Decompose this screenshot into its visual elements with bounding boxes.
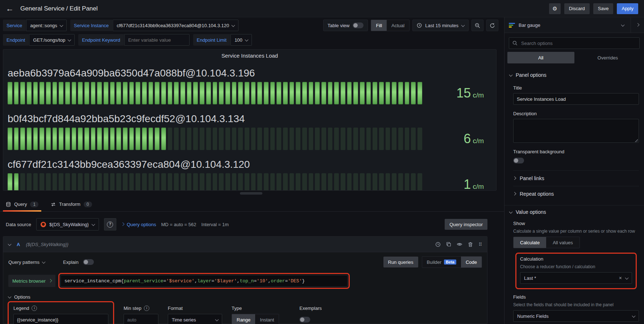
datasource-select[interactable]: ${DS_SkyWalking} [36,218,99,230]
show-description: Calculate a single value per column or s… [513,229,639,234]
repeat-options-expander[interactable]: Repeat options [513,186,639,202]
endpoint-keyword-input[interactable] [124,34,190,46]
back-arrow-icon[interactable]: ← [6,5,14,13]
panel-title-input[interactable] [513,93,639,105]
transform-icon [51,202,56,207]
all-values-option[interactable]: All values [546,237,579,248]
copy-icon[interactable] [446,242,451,247]
variable-endpoint-limit: Endpoint Limit 100 [193,34,252,46]
trash-icon[interactable] [468,242,473,247]
tab-overrides[interactable]: Overrides [574,52,641,63]
apply-button[interactable]: Apply [617,3,638,14]
query-a-header[interactable]: A {${DS_SkyWalking}} ⠿ [3,237,487,252]
variable-endpoint-limit-select[interactable]: 100 [230,34,252,46]
tab-query[interactable]: Query 1 [6,197,38,211]
options-search-input[interactable] [520,40,636,46]
variable-endpoint-select[interactable]: GET:/songs/top [29,34,75,46]
options-expander[interactable]: Options [8,294,482,300]
history-clock-icon[interactable] [435,242,441,247]
chevron-right-icon [121,222,124,226]
section-divider [504,205,644,205]
chevron-down-icon [621,23,625,26]
run-queries-button[interactable]: Run queries [383,257,418,267]
exemplars-toggle[interactable] [299,317,310,323]
query-inspector-button[interactable]: Query inspector [445,219,487,230]
zoom-out-icon [475,23,480,28]
panel-options-fields: Title Description Transparent background [504,85,644,165]
gauge-row: 1c/m [8,173,492,191]
visualization-select[interactable]: Bar gauge [504,17,631,33]
chevron-down-icon [91,222,95,226]
explain-label: Explain [63,259,79,265]
datasource-help-button[interactable]: ? [104,218,116,230]
variable-service-instance: Service Instance cf677df21c3143bb9cea363… [70,20,238,31]
min-step-label: Min step [124,306,141,311]
table-view-toggle[interactable] [353,22,363,28]
fill-actual-group: Fill Actual [371,20,410,31]
exemplars-label: Exemplars [299,306,321,311]
code-option[interactable]: Code [461,257,482,267]
chevron-down-icon [68,38,71,41]
refresh-button[interactable] [486,20,498,31]
query-patterns-select[interactable]: Query patterns [8,259,45,265]
description-label: Description [513,111,639,116]
options-search-box [509,37,640,49]
fill-option[interactable]: Fill [371,20,387,31]
calculate-option[interactable]: Calculate [514,237,546,248]
transparent-background-toggle[interactable] [513,158,524,163]
collapse-pane-button[interactable] [631,17,644,33]
fields-select[interactable]: Numeric Fields [513,310,639,322]
query-options-expander[interactable]: Query options [121,222,156,227]
variable-service-instance-select[interactable]: cf677df21c3143bb9cea363397eca804@10.104.… [113,20,238,31]
chevron-right-icon [48,279,52,282]
query-ref-id: A [17,242,20,247]
variable-service-select[interactable]: agent::songs [26,20,66,31]
eye-icon[interactable] [457,241,462,247]
tab-all[interactable]: All [507,52,574,63]
gauge-bar [8,173,422,191]
legend-input[interactable] [13,314,108,324]
discard-button[interactable]: Discard [564,3,590,14]
variables-row-2: Endpoint GET:/songs/top Endpoint Keyword… [3,34,498,46]
description-textarea[interactable] [513,119,639,143]
instant-option[interactable]: Instant [255,314,279,324]
zoom-out-button[interactable] [471,20,483,31]
query-expression[interactable]: service_instance_cpm{parent_service='$se… [61,275,348,287]
builder-option[interactable]: Builder Beta [422,257,461,267]
tab-transform[interactable]: Transform 0 [51,197,92,211]
grip-icon[interactable]: ⠿ [478,242,482,247]
fields-description: Select the fields that should be include… [513,302,639,307]
calculate-allvalues-group: Calculate All values [513,237,580,248]
gauge-value: 6c/m [426,131,492,146]
panel-resize-handle[interactable] [240,192,262,195]
chevron-down-icon [461,23,465,27]
query-annotation-box: service_instance_cpm{parent_service='$se… [58,273,350,289]
clear-icon[interactable]: × [619,275,622,281]
info-icon: i [144,306,149,311]
calculation-select[interactable]: Last * × [520,272,632,284]
save-button[interactable]: Save [593,3,614,14]
variables-row-1: Service agent::songs Service Instance cf… [3,19,498,32]
min-step-field: Min step i [124,306,158,324]
explain-toggle[interactable] [83,259,94,265]
min-step-input[interactable] [124,314,158,324]
metrics-browser-row: Metrics browser service_instance_cpm{par… [8,273,482,289]
format-field: Format Time series [168,306,222,324]
metrics-browser-button[interactable]: Metrics browser [8,275,55,287]
range-option[interactable]: Range [232,314,255,324]
actual-option[interactable]: Actual [387,20,409,31]
variable-endpoint-keyword-label: Endpoint Keyword [78,34,124,46]
value-options-section[interactable]: Value options [504,209,644,215]
type-label: Type [232,306,279,311]
gauge-bar [8,82,422,104]
tab-query-label: Query [14,202,27,207]
chevron-down-icon [215,317,219,321]
panel-links-expander[interactable]: Panel links [513,170,639,186]
time-range-picker[interactable]: Last 15 minutes [412,20,469,31]
panel-options-section[interactable]: Panel options [504,72,644,78]
chevron-down-icon [632,314,636,317]
settings-button[interactable]: ⚙ [549,3,560,14]
resize-grip-icon[interactable] [635,139,638,142]
format-select[interactable]: Time series [168,314,222,324]
query-options-fields: Legend i Min step i Format [8,306,482,324]
